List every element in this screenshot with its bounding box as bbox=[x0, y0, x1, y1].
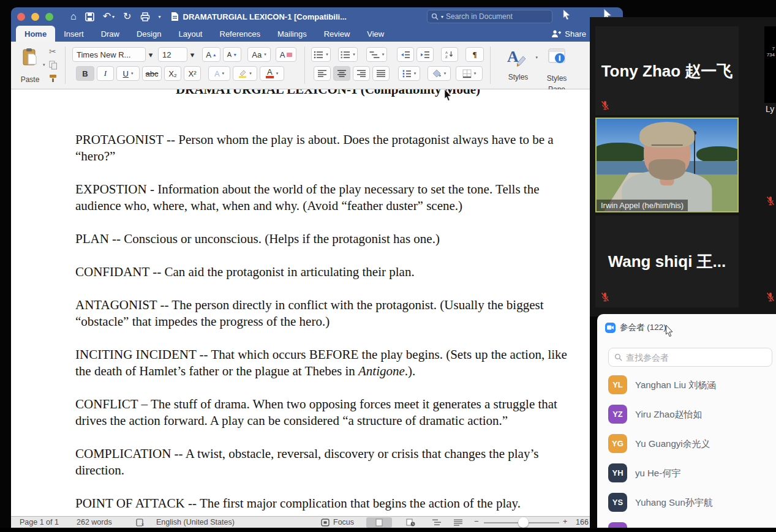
participant-row[interactable]: YS Yuhang Sun孙宇航 bbox=[597, 493, 776, 522]
video-tile-irwin-appel[interactable]: Irwin Appel (he/him/his) bbox=[595, 118, 739, 212]
ribbon-tab[interactable]: Review bbox=[315, 26, 359, 42]
increase-indent-button[interactable] bbox=[416, 47, 434, 62]
toolbar-dropdown-caret[interactable]: ▾ bbox=[159, 14, 161, 20]
share-button[interactable]: Share bbox=[551, 26, 589, 42]
line-spacing-button[interactable]: ▾ bbox=[398, 66, 420, 81]
subscript-button[interactable]: X₂ bbox=[164, 66, 181, 81]
language-indicator[interactable]: English (United States) bbox=[156, 518, 235, 526]
underline-button[interactable]: U▾ bbox=[116, 66, 140, 81]
zoom-percentage[interactable]: 166 bbox=[576, 518, 589, 526]
save-icon[interactable] bbox=[85, 12, 94, 21]
group-divider bbox=[304, 47, 305, 84]
page-indicator[interactable]: Page 1 of 1 bbox=[20, 518, 59, 526]
participant-row[interactable] bbox=[597, 522, 776, 528]
show-paragraph-marks-button[interactable]: ¶ bbox=[465, 47, 484, 62]
text-effects-button[interactable]: A▾ bbox=[208, 66, 230, 81]
search-scope-caret[interactable]: ▾ bbox=[441, 14, 443, 20]
ribbon-tab[interactable]: Layout bbox=[170, 26, 211, 42]
align-center-button[interactable] bbox=[333, 66, 350, 81]
italic-button[interactable]: I bbox=[97, 66, 114, 81]
print-layout-view-button[interactable] bbox=[366, 517, 392, 528]
participants-search-input[interactable] bbox=[626, 353, 748, 362]
ribbon-tab[interactable]: Design bbox=[128, 26, 170, 42]
draft-view-button[interactable] bbox=[450, 517, 466, 528]
numbered-list-button[interactable]: ▾ bbox=[338, 47, 358, 62]
ribbon-tab[interactable]: Insert bbox=[55, 26, 92, 42]
redo-icon[interactable]: ↻ bbox=[123, 12, 131, 21]
ribbon-tab-label: Mailings bbox=[277, 29, 307, 39]
edge-participant-label: Ly bbox=[766, 104, 774, 114]
font-size-caret[interactable]: ▾ bbox=[189, 47, 196, 62]
video-tile-wang-shiqi[interactable]: Wang shiqi 王... bbox=[595, 215, 739, 307]
zoom-window-button[interactable] bbox=[45, 13, 53, 21]
font-color-button[interactable]: A ▾ bbox=[260, 66, 284, 81]
zoom-in-button[interactable]: + bbox=[563, 517, 567, 526]
undo-icon[interactable]: ↶ bbox=[103, 12, 111, 21]
participant-name-overlay: Wang shiqi 王... bbox=[595, 251, 739, 272]
styles-button[interactable]: Styles A ▾ Styles bbox=[501, 47, 535, 82]
participant-row[interactable]: YL Yanghan Liu 刘杨涵 bbox=[597, 375, 776, 405]
styles-pane-button[interactable]: Styles Pane bbox=[539, 47, 574, 94]
decrease-indent-button[interactable] bbox=[397, 47, 414, 62]
proofing-icon[interactable]: x bbox=[136, 519, 145, 526]
borders-button[interactable]: ▾ bbox=[456, 66, 483, 81]
read-mode-view-button[interactable] bbox=[401, 517, 420, 528]
search-in-document[interactable]: ▾ bbox=[427, 10, 552, 23]
multilevel-list-button[interactable]: ▾ bbox=[366, 47, 387, 62]
font-name-select[interactable]: Times New R... bbox=[72, 47, 146, 62]
participant-row[interactable]: YZ Yiru Zhao赵怡如 bbox=[597, 405, 776, 434]
document-canvas[interactable]: DRAMATURGIAL LEXICON-1 (Compatibility Mo… bbox=[11, 89, 590, 516]
video-tile-tony-zhao[interactable]: Tony Zhao 赵一飞 bbox=[595, 26, 739, 115]
close-window-button[interactable] bbox=[17, 13, 25, 21]
ribbon-tab[interactable]: Mailings bbox=[269, 26, 315, 42]
grow-font-button[interactable]: A▲ bbox=[202, 47, 220, 62]
participant-name: Yanghan Liu 刘杨涵 bbox=[635, 380, 716, 391]
ribbon-tab[interactable]: Draw bbox=[92, 26, 128, 42]
sort-button[interactable]: A Z bbox=[441, 47, 458, 62]
print-icon[interactable] bbox=[140, 12, 150, 21]
video-tile-clipped[interactable]: 7 734 bbox=[764, 26, 776, 103]
highlight-button[interactable]: ▾ bbox=[233, 66, 257, 81]
strikethrough-button[interactable]: abc bbox=[142, 66, 162, 81]
search-input[interactable] bbox=[446, 12, 532, 21]
home-icon[interactable]: ⌂ bbox=[70, 12, 77, 21]
styles-pane-icon bbox=[548, 48, 566, 65]
panel-gap bbox=[590, 317, 597, 532]
avatar: YL bbox=[608, 375, 627, 394]
minimize-window-button[interactable] bbox=[31, 13, 39, 21]
word-count[interactable]: 262 words bbox=[77, 518, 112, 526]
font-size-select[interactable]: 12 bbox=[158, 47, 187, 62]
focus-toggle[interactable]: Focus bbox=[333, 518, 354, 526]
change-case-button[interactable]: Aa▾ bbox=[247, 47, 271, 62]
paste-button[interactable]: Paste bbox=[16, 46, 44, 85]
align-right-button[interactable] bbox=[353, 66, 370, 81]
multilevel-list-icon bbox=[369, 51, 380, 59]
align-left-button[interactable] bbox=[314, 66, 331, 81]
bold-button[interactable]: B bbox=[76, 66, 94, 81]
paste-caret[interactable]: ▾ bbox=[43, 62, 45, 67]
mouse-cursor-icon bbox=[443, 89, 453, 102]
copy-icon[interactable] bbox=[49, 61, 58, 70]
ribbon-tab[interactable]: References bbox=[211, 26, 269, 42]
outline-view-button[interactable] bbox=[429, 517, 445, 528]
ribbon-tab[interactable]: View bbox=[358, 26, 393, 42]
zoom-slider-thumb[interactable] bbox=[518, 517, 529, 528]
ribbon-tab-label: Insert bbox=[64, 29, 84, 39]
participant-row[interactable]: YH yu He-何宇 bbox=[597, 463, 776, 493]
bullet-list-button[interactable]: ▾ bbox=[311, 47, 331, 62]
font-name-caret[interactable]: ▾ bbox=[147, 47, 154, 62]
ribbon-tab[interactable]: Home bbox=[16, 26, 55, 42]
clear-formatting-button[interactable]: A bbox=[276, 47, 296, 62]
participants-search[interactable] bbox=[608, 348, 772, 367]
zoom-out-button[interactable]: − bbox=[474, 517, 478, 526]
participant-row[interactable]: YG Yu Guangyi余光义 bbox=[597, 434, 776, 463]
undo-dropdown-caret[interactable]: ▾ bbox=[112, 14, 115, 20]
justify-button[interactable] bbox=[372, 66, 390, 81]
cut-icon[interactable]: ✂ bbox=[49, 47, 58, 56]
shading-button[interactable]: ▾ bbox=[428, 66, 451, 81]
superscript-button[interactable]: X² bbox=[184, 66, 201, 81]
read-mode-icon bbox=[406, 519, 415, 526]
shrink-font-button[interactable]: A▼ bbox=[223, 47, 241, 62]
doc-paragraph: PROTAGONIST -- Person whom the play is a… bbox=[75, 132, 581, 165]
format-painter-icon[interactable] bbox=[49, 74, 58, 83]
